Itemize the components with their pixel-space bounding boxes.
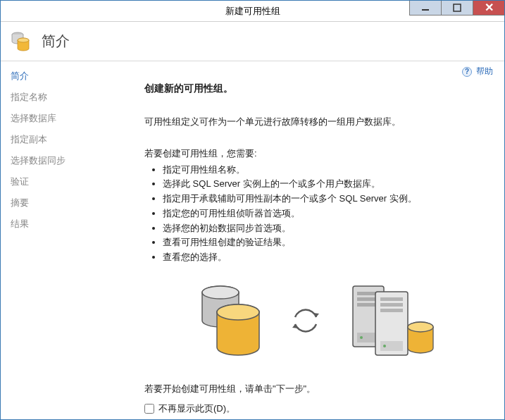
svg-marker-10 — [292, 324, 299, 328]
close-button[interactable]: ✕ — [473, 0, 504, 16]
content-lead: 若要创建可用性组，您需要: — [144, 147, 492, 160]
sidebar-item-summary[interactable]: 摘要 — [1, 192, 139, 214]
help-link[interactable]: ? 帮助 — [462, 66, 493, 78]
svg-point-22 — [383, 345, 386, 347]
svg-rect-0 — [422, 9, 429, 11]
svg-point-4 — [18, 38, 29, 42]
window-controls: ✕ — [409, 0, 504, 16]
svg-point-8 — [217, 304, 259, 320]
help-icon: ? — [462, 67, 472, 77]
minimize-button[interactable] — [409, 0, 441, 16]
svg-rect-1 — [454, 4, 461, 11]
wizard-window: 新建可用性组 ✕ 简介 简介 指定名称 选择数据库 — [0, 0, 505, 420]
dont-show-again-row[interactable]: 不再显示此页(D)。 — [144, 402, 492, 415]
svg-point-6 — [202, 286, 239, 299]
sidebar-item-databases[interactable]: 选择数据库 — [1, 108, 139, 129]
sidebar-item-intro[interactable]: 简介 — [1, 66, 139, 87]
content-pane: ? 帮助 创建新的可用性组。 可用性组定义可作为一个单元进行故障转移的一组用户数… — [139, 61, 504, 420]
svg-point-16 — [360, 336, 363, 339]
sidebar-item-name[interactable]: 指定名称 — [1, 87, 139, 108]
bullet-item: 选择此 SQL Server 实例上的一个或多个用户数据库。 — [163, 177, 492, 192]
sidebar-item-datasync[interactable]: 选择数据同步 — [1, 150, 139, 171]
sidebar: 简介 指定名称 选择数据库 指定副本 选择数据同步 验证 摘要 结果 — [1, 61, 139, 420]
svg-marker-9 — [313, 313, 319, 317]
bullet-item: 指定可用性组名称。 — [163, 163, 492, 178]
content-heading: 创建新的可用性组。 — [144, 82, 492, 95]
bullet-item: 指定用于承载辅助可用性副本的一个或多个 SQL Server 实例。 — [163, 192, 492, 206]
dont-show-again-checkbox[interactable] — [144, 404, 154, 414]
content-bullets: 指定可用性组名称。 选择此 SQL Server 实例上的一个或多个用户数据库。… — [144, 163, 492, 266]
page-title: 简介 — [42, 32, 70, 51]
database-cylinder-icon — [197, 284, 264, 360]
sync-arrows-icon — [289, 304, 322, 339]
titlebar: 新建可用性组 ✕ — [1, 1, 504, 22]
svg-rect-18 — [380, 297, 403, 301]
dont-show-again-label: 不再显示此页(D)。 — [158, 402, 235, 415]
maximize-button[interactable] — [441, 0, 473, 16]
svg-rect-20 — [380, 309, 403, 312]
sidebar-item-results[interactable]: 结果 — [1, 214, 139, 235]
bullet-item: 指定您的可用性组侦听器首选项。 — [163, 206, 492, 221]
bullet-item: 查看可用性组创建的验证结果。 — [163, 235, 492, 250]
body-area: 简介 指定名称 选择数据库 指定副本 选择数据同步 验证 摘要 结果 ? 帮助 … — [1, 61, 504, 420]
svg-point-24 — [408, 322, 433, 332]
sidebar-item-replicas[interactable]: 指定副本 — [1, 129, 139, 150]
servers-icon — [347, 282, 439, 362]
header-band: 简介 — [1, 22, 504, 61]
database-icon — [9, 30, 32, 53]
bullet-item: 查看您的选择。 — [163, 250, 492, 265]
footer-text: 若要开始创建可用性组，请单击"下一步"。 — [144, 383, 492, 395]
illustration — [144, 282, 492, 362]
help-label: 帮助 — [476, 66, 493, 78]
content-description: 可用性组定义可作为一个单元进行故障转移的一组用户数据库。 — [144, 115, 492, 129]
bullet-item: 选择您的初始数据同步首选项。 — [163, 221, 492, 236]
svg-rect-19 — [380, 303, 403, 307]
sidebar-item-validation[interactable]: 验证 — [1, 171, 139, 192]
